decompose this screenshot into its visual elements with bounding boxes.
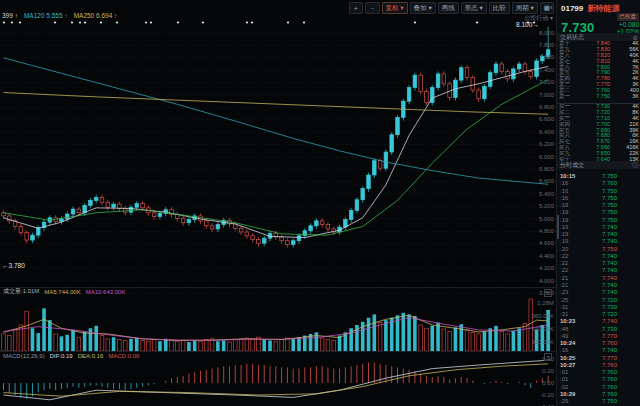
axis-label: 6.800 (516, 104, 554, 111)
toolbar-button-zoom-out[interactable]: － (365, 2, 380, 14)
volume-panel-expand-icon[interactable]: + (544, 289, 552, 297)
toolbar-button-zoom-in[interactable]: ＋ (349, 2, 364, 14)
axis-label: 7.400 (516, 67, 554, 74)
volume-legend: 成交量:1.01MMA5:744.00KMA10:643.00K (3, 288, 125, 295)
trade-row[interactable]: :167.7504K (557, 195, 640, 202)
toolbar-button-period[interactable]: 周期 ▾ (512, 2, 538, 14)
trade-row[interactable]: 10:237.74012K (557, 318, 640, 325)
sell-levels: 卖十7.8404K卖九7.83056K卖八7.82040K卖七7.8104K卖六… (557, 41, 640, 100)
axis-label: 4.400 (516, 253, 554, 260)
axis-label: 6.000 (516, 154, 554, 161)
trade-row[interactable]: :497.7704K (557, 333, 640, 340)
stock-name: 新特能源 (587, 4, 619, 13)
trade-row[interactable]: :197.7502K (557, 202, 640, 209)
collapse-panel-icon[interactable]: ‹ (550, 3, 553, 12)
axis-label: 4.200 (516, 265, 554, 272)
time-sales-header[interactable]: 分时成交 ⓘ (557, 161, 640, 169)
trade-row[interactable]: :207.7502K (557, 246, 640, 253)
trade-row[interactable]: :237.7408K (557, 289, 640, 296)
trade-row[interactable]: :297.7502K (557, 398, 640, 405)
trade-row[interactable]: :257.7201.6K (557, 297, 640, 304)
stock-trading-app: ＋－复权 ▾叠加 ▾画线形态 ▾比较周期 ▾▦ 公司行动 ▾ 399 ↑MA12… (0, 0, 640, 406)
trade-row[interactable]: :017.760600 (557, 369, 640, 376)
axis-label: 7.000 (516, 92, 554, 99)
trade-row[interactable]: 10:277.7602.4K (557, 362, 640, 369)
trade-row[interactable]: :317.7302K (557, 304, 640, 311)
legend-item: MACD:0.06 (108, 353, 139, 359)
ma-label: MA120 5.555 ↑ (24, 12, 68, 19)
trade-row[interactable]: :317.7201K (557, 311, 640, 318)
trade-row[interactable]: 10:247.7608.8K (557, 340, 640, 347)
trade-row[interactable]: :167.7401.2K (557, 347, 640, 354)
ma-label: MA250 6.694 ↑ (74, 12, 118, 19)
trade-row[interactable]: 10:257.77012K (557, 355, 640, 362)
trade-row[interactable]: :217.74010K (557, 275, 640, 282)
chart-toolbar: ＋－复权 ▾叠加 ▾画线形态 ▾比较周期 ▾▦ (349, 2, 554, 14)
main-chart[interactable] (0, 0, 556, 406)
macd-legend: MACD(12,26,9)DIF:0.19DEA:0.16MACD:0.06 (3, 352, 139, 359)
axis-label: 0.00 (516, 380, 554, 387)
trade-row[interactable]: :197.7404K (557, 231, 640, 238)
buy-levels: 买一7.7304K买二7.7208K买三7.7104K买四7.70021K买五7… (557, 103, 640, 163)
trade-row[interactable]: :197.7401.2K (557, 224, 640, 231)
trade-row[interactable]: :217.7401.2K (557, 282, 640, 289)
legend-item: 成交量:1.01M (3, 287, 39, 296)
trade-row[interactable]: 10:157.7502K (557, 173, 640, 180)
toolbar-button-adjust[interactable]: 复权 ▾ (382, 2, 408, 14)
scrollbar-thumb[interactable] (557, 215, 559, 239)
legend-item: MA10:643.00K (86, 289, 126, 295)
toolbar-button-overlay[interactable]: 叠加 ▾ (410, 2, 436, 14)
trade-row[interactable]: :197.7502.4K (557, 217, 640, 224)
stock-code: 01799 (561, 4, 583, 13)
trade-row[interactable]: :167.760600 (557, 180, 640, 187)
axis-label: 0.20 (516, 368, 554, 375)
axis-label: 5.400 (516, 191, 554, 198)
ma-label: 399 ↑ (2, 12, 18, 19)
trade-row[interactable]: :487.7302.8K (557, 326, 640, 333)
axis-label: 960.00K (516, 313, 554, 320)
time-sales-list: 10:157.7502K:167.760600:167.7501K:167.75… (557, 173, 640, 406)
axis-label: 640.00K (516, 326, 554, 333)
high-price-marker: 8.100→ (516, 21, 539, 28)
ma-legend: 399 ↑MA120 5.555 ↑MA250 6.694 ↑ (2, 12, 117, 19)
axis-label: 7.800 (516, 42, 554, 49)
axis-label: 6.200 (516, 141, 554, 148)
axis-label: 8.000 (516, 30, 554, 37)
axis-label: 5.000 (516, 216, 554, 223)
axis-label: 4.800 (516, 228, 554, 235)
legend-item: DEA:0.16 (78, 353, 104, 359)
axis-label: 320.00K (516, 339, 554, 346)
trade-row[interactable]: :197.750800 (557, 209, 640, 216)
trade-row[interactable]: :197.740600 (557, 238, 640, 245)
quote-header: ‹ 01799 新特能源 (557, 0, 640, 14)
axis-label: 5.200 (516, 203, 554, 210)
trade-row[interactable]: 10:297.7601.6K (557, 391, 640, 398)
toolbar-button-pattern[interactable]: 形态 ▾ (461, 2, 487, 14)
trade-row[interactable]: :027.7602K (557, 384, 640, 391)
trade-row[interactable]: :017.7601K (557, 376, 640, 383)
axis-label: 7.600 (516, 54, 554, 61)
axis-label: 5.800 (516, 166, 554, 173)
axis-label: 4.600 (516, 240, 554, 247)
quote-panel: ‹ 01799 新特能源 已收盘 7.730 +0.080 +1.02% 交易状… (556, 0, 640, 406)
legend-item: MA5:744.00K (44, 289, 80, 295)
toolbar-button-draw-line[interactable]: 画线 (438, 2, 459, 14)
toolbar-button-compare[interactable]: 比较 (489, 2, 510, 14)
trade-row[interactable]: :227.7401.6K (557, 253, 640, 260)
trade-row[interactable]: :167.7501K (557, 188, 640, 195)
axis-label: 6.600 (516, 116, 554, 123)
legend-item: DIF:0.19 (50, 353, 73, 359)
axis-label: 4.000 (516, 278, 554, 285)
axis-label: 5.600 (516, 178, 554, 185)
price-change: +0.080 (617, 21, 639, 28)
axis-label: 7.200 (516, 79, 554, 86)
info-icon[interactable]: ⓘ (632, 161, 638, 170)
macd-panel-expand-icon[interactable]: + (544, 353, 552, 361)
low-price-marker: ←3.780 (2, 262, 25, 269)
trade-row[interactable]: :227.740800 (557, 260, 640, 267)
axis-label: 6.400 (516, 129, 554, 136)
axis-label: -0.20 (516, 392, 554, 399)
legend-item: MACD(12,26,9) (3, 353, 45, 359)
order-book-row[interactable]: 卖一7.7503K (557, 94, 640, 100)
trade-row[interactable]: :227.7402K (557, 267, 640, 274)
